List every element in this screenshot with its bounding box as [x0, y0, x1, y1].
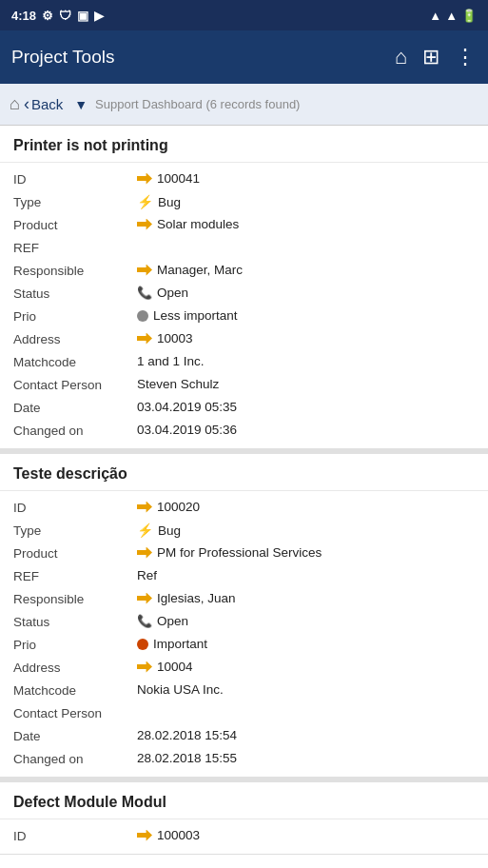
field-responsible: Responsible Manager, Marc	[0, 260, 488, 283]
label-matchcode: Matchcode	[13, 354, 137, 369]
label-changed-on: Changed on	[13, 423, 137, 438]
value-prio-2: Important	[137, 637, 475, 651]
card-defect-module: Defect Module Modul ID 100003	[0, 782, 488, 854]
label-prio: Prio	[13, 308, 137, 324]
field-type-2: Type ⚡ Bug	[0, 520, 488, 542]
value-ref-2: Ref	[137, 568, 475, 582]
more-options-icon[interactable]: ⋮	[455, 45, 477, 69]
card-teste-descricao: Teste descrição ID 100020 Type ⚡ Bug Pro…	[0, 454, 488, 782]
home-nav-icon[interactable]: ⌂	[10, 94, 20, 114]
value-id-3: 100003	[137, 828, 475, 842]
signal-icon: ▲	[445, 9, 458, 23]
label-responsible: Responsible	[13, 263, 137, 278]
app-title: Project Tools	[11, 47, 395, 68]
field-contact-person-2: Contact Person	[0, 702, 488, 725]
value-id-2: 100020	[137, 500, 475, 514]
arrow-icon	[137, 661, 152, 673]
field-address: Address 10003	[0, 328, 488, 351]
label-address-2: Address	[13, 660, 137, 675]
value-status: 📞 Open	[137, 286, 475, 300]
label-address: Address	[13, 331, 137, 346]
field-id-2: ID 100020	[0, 497, 488, 520]
status-bar-left: 4:18 ⚙ 🛡 ▣ ▶	[11, 9, 104, 23]
field-prio: Prio Less important	[0, 306, 488, 328]
label-matchcode-2: Matchcode	[13, 682, 137, 698]
value-prio: Less important	[137, 308, 475, 323]
filter-icon[interactable]: ▼	[74, 97, 88, 112]
value-product: Solar modules	[137, 217, 475, 231]
field-prio-2: Prio Important	[0, 634, 488, 657]
field-ref-2: REF Ref	[0, 565, 488, 588]
back-label: Back	[31, 96, 63, 112]
card-2-title[interactable]: Teste descrição	[0, 454, 488, 491]
bottom-bar: Update Filter Settings ⌄	[0, 854, 488, 868]
prio-indicator	[137, 310, 148, 322]
shield-icon: 🛡	[59, 9, 71, 23]
card-3-title[interactable]: Defect Module Modul	[0, 782, 488, 819]
value-matchcode-2: Nokia USA Inc.	[137, 682, 475, 697]
app-bar-icons: ⌂ ⊞ ⋮	[395, 45, 477, 69]
value-id: 100041	[137, 171, 475, 186]
qr-icon[interactable]: ⊞	[422, 45, 439, 69]
play-icon: ▶	[94, 9, 104, 23]
label-date: Date	[13, 400, 137, 415]
card-1-title[interactable]: Printer is not printing	[0, 126, 488, 163]
label-id: ID	[13, 171, 137, 187]
label-type-2: Type	[13, 523, 137, 538]
prio-indicator-2	[137, 639, 148, 650]
label-ref: REF	[13, 240, 137, 255]
value-matchcode: 1 and 1 Inc.	[137, 354, 475, 368]
arrow-icon	[137, 333, 152, 345]
label-id-3: ID	[13, 828, 137, 843]
field-status-2: Status 📞 Open	[0, 611, 488, 634]
arrow-icon	[137, 265, 152, 276]
field-address-2: Address 10004	[0, 657, 488, 680]
value-product-2: PM for Professional Services	[137, 545, 475, 560]
value-address: 10003	[137, 331, 475, 345]
arrow-icon	[137, 219, 152, 230]
content-area: Printer is not printing ID 100041 Type ⚡…	[0, 126, 488, 854]
label-prio-2: Prio	[13, 637, 137, 652]
label-product-2: Product	[13, 545, 137, 561]
field-changed-on: Changed on 03.04.2019 05:36	[0, 420, 488, 443]
value-date: 03.04.2019 05:35	[137, 400, 475, 414]
field-ref: REF	[0, 237, 488, 260]
field-date-2: Date 28.02.2018 15:54	[0, 725, 488, 748]
card-1-body: ID 100041 Type ⚡ Bug Product Solar modul…	[0, 163, 488, 448]
field-changed-on-2: Changed on 28.02.2018 15:55	[0, 748, 488, 771]
label-contact-person: Contact Person	[13, 377, 137, 392]
value-date-2: 28.02.2018 15:54	[137, 728, 475, 742]
time-display: 4:18	[11, 9, 36, 23]
home-icon[interactable]: ⌂	[395, 45, 407, 69]
value-changed-on: 03.04.2019 05:36	[137, 423, 475, 437]
field-type: Type ⚡ Bug	[0, 191, 488, 214]
sim-icon: ▣	[77, 9, 88, 23]
arrow-icon	[137, 502, 152, 513]
field-responsible-2: Responsible Iglesias, Juan	[0, 588, 488, 611]
value-type: ⚡ Bug	[137, 194, 475, 209]
arrow-icon	[137, 173, 152, 185]
arrow-icon	[137, 547, 152, 559]
app-bar: Project Tools ⌂ ⊞ ⋮	[0, 30, 488, 84]
phone-icon-2: 📞	[137, 614, 152, 628]
arrow-icon	[137, 830, 152, 841]
label-responsible-2: Responsible	[13, 591, 137, 606]
back-button[interactable]: ‹ Back	[24, 94, 63, 114]
card-printer-not-printing: Printer is not printing ID 100041 Type ⚡…	[0, 126, 488, 454]
value-address-2: 10004	[137, 660, 475, 674]
label-type: Type	[13, 194, 137, 209]
field-product-2: Product PM for Professional Services	[0, 542, 488, 565]
bug-icon: ⚡	[137, 194, 153, 209]
label-date-2: Date	[13, 728, 137, 743]
status-bar-right: ▲ ▲ 🔋	[429, 9, 477, 23]
field-date: Date 03.04.2019 05:35	[0, 397, 488, 420]
field-matchcode-2: Matchcode Nokia USA Inc.	[0, 680, 488, 702]
breadcrumb: Support Dashboard (6 records found)	[95, 97, 300, 111]
phone-icon: 📞	[137, 286, 152, 300]
nav-bar: ⌂ ‹ Back ▼ Support Dashboard (6 records …	[0, 84, 488, 126]
field-status: Status 📞 Open	[0, 283, 488, 306]
value-changed-on-2: 28.02.2018 15:55	[137, 751, 475, 765]
value-status-2: 📞 Open	[137, 614, 475, 628]
field-contact-person: Contact Person Steven Schulz	[0, 374, 488, 397]
value-type-2: ⚡ Bug	[137, 523, 475, 538]
